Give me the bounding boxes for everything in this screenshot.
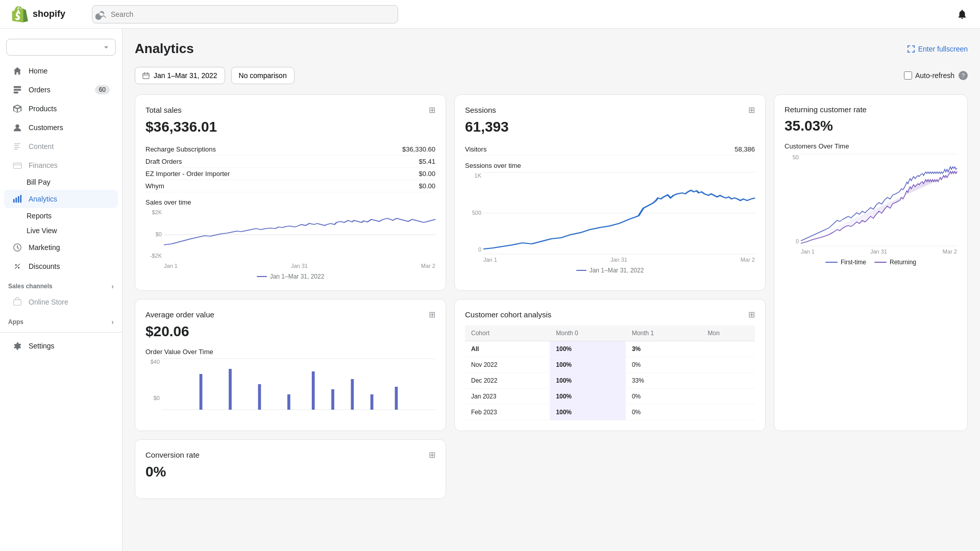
svg-point-3 bbox=[15, 124, 19, 128]
online-store-label: Online Store bbox=[29, 298, 68, 306]
search-input[interactable] bbox=[111, 10, 391, 18]
main-content: Analytics Enter fullscreen Jan 1–Mar 31,… bbox=[122, 29, 980, 551]
ts-x2: Mar 2 bbox=[421, 263, 435, 269]
products-icon bbox=[12, 104, 22, 114]
search-bar[interactable] bbox=[92, 5, 398, 23]
cohort-card-icon[interactable]: ⊞ bbox=[748, 310, 755, 319]
sessions-card-icon[interactable]: ⊞ bbox=[748, 105, 755, 115]
total-sales-row-3: Whym $0.00 bbox=[145, 180, 435, 192]
home-icon bbox=[12, 66, 22, 76]
ts-row2-value: $0.00 bbox=[419, 170, 435, 178]
aov-card-icon[interactable]: ⊞ bbox=[429, 310, 435, 319]
sessions-x-axis: Jan 1 Jan 31 Mar 2 bbox=[483, 257, 755, 263]
cohort-dec-m1: 33% bbox=[626, 373, 702, 389]
svg-rect-0 bbox=[14, 86, 21, 88]
sidebar-item-liveview[interactable]: Live View bbox=[4, 223, 118, 238]
sales-channels-chevron[interactable]: › bbox=[111, 282, 114, 290]
fullscreen-button[interactable]: Enter fullscreen bbox=[907, 45, 968, 53]
cohort-col-0: Cohort bbox=[465, 325, 550, 341]
notification-icon[interactable] bbox=[957, 9, 968, 20]
svg-rect-7 bbox=[14, 149, 18, 150]
comparison-button[interactable]: No comparison bbox=[231, 67, 295, 84]
topbar-right bbox=[957, 9, 968, 20]
sessions-legend-line bbox=[576, 270, 586, 271]
ts-x1: Jan 31 bbox=[291, 263, 308, 269]
toolbar-right: Auto-refresh ? bbox=[904, 71, 968, 80]
cohort-feb-extra bbox=[702, 405, 755, 420]
sidebar-item-analytics[interactable]: Analytics bbox=[4, 190, 118, 208]
cohort-feb-m0: 100% bbox=[550, 405, 626, 420]
cohort-all-extra bbox=[702, 341, 755, 357]
apps-label: Apps bbox=[8, 318, 23, 325]
ts-row3-value: $0.00 bbox=[419, 182, 435, 190]
comparison-label: No comparison bbox=[239, 71, 287, 80]
sales-channels-section: Sales channels › bbox=[0, 276, 122, 292]
billpay-label: Bill Pay bbox=[27, 178, 51, 186]
returning-customer-card: Returning customer rate 35.03% Customers… bbox=[774, 94, 968, 431]
marketing-icon bbox=[12, 242, 22, 253]
auto-refresh-checkbox[interactable] bbox=[904, 71, 912, 80]
rcr-chart bbox=[801, 154, 957, 246]
sidebar-item-billpay[interactable]: Bill Pay bbox=[4, 175, 118, 189]
shopify-logo-icon bbox=[12, 6, 29, 22]
total-sales-row-1: Draft Orders $5.41 bbox=[145, 156, 435, 168]
search-icon bbox=[99, 10, 107, 18]
total-sales-icon[interactable]: ⊞ bbox=[429, 105, 435, 115]
svg-point-14 bbox=[15, 264, 17, 266]
svg-rect-12 bbox=[20, 195, 21, 203]
calendar-icon bbox=[142, 72, 150, 79]
sidebar-item-reports[interactable]: Reports bbox=[4, 209, 118, 223]
svg-rect-8 bbox=[13, 163, 21, 169]
sidebar-item-customers[interactable]: Customers bbox=[4, 118, 118, 137]
aov-chart-label: Order Value Over Time bbox=[145, 348, 435, 356]
online-store-icon bbox=[12, 297, 22, 307]
topbar: shopify bbox=[0, 0, 980, 29]
cohort-nov-label: Nov 2022 bbox=[465, 357, 550, 373]
content-icon bbox=[12, 141, 22, 152]
cohort-nov-m1: 0% bbox=[626, 357, 702, 373]
marketing-label: Marketing bbox=[29, 243, 60, 252]
auto-refresh-label: Auto-refresh bbox=[915, 71, 954, 80]
visitors-value: 58,386 bbox=[734, 145, 755, 153]
sess-x1: Jan 31 bbox=[610, 257, 627, 263]
logo-text: shopify bbox=[33, 9, 65, 19]
sidebar-item-orders[interactable]: Orders 60 bbox=[4, 81, 118, 99]
orders-icon bbox=[12, 85, 22, 95]
sidebar-item-content[interactable]: Content bbox=[4, 137, 118, 156]
total-sales-card: Total sales ⊞ $36,336.01 Recharge Subscr… bbox=[135, 94, 446, 291]
sidebar: Home Orders 60 Products Customers bbox=[0, 29, 122, 551]
sess-y2: 0 bbox=[465, 246, 481, 253]
sessions-legend: Jan 1–Mar 31, 2022 bbox=[465, 267, 755, 274]
sidebar-item-finances[interactable]: Finances bbox=[4, 156, 118, 174]
sidebar-item-online-store[interactable]: Online Store bbox=[4, 293, 118, 311]
cohort-table: Cohort Month 0 Month 1 Mon All 100% 3% bbox=[465, 325, 755, 420]
date-range-button[interactable]: Jan 1–Mar 31, 2022 bbox=[135, 67, 225, 84]
aov-header: Average order value ⊞ bbox=[145, 310, 435, 319]
cr-card-icon[interactable]: ⊞ bbox=[429, 450, 435, 460]
help-icon[interactable]: ? bbox=[959, 71, 968, 80]
auto-refresh-wrapper: Auto-refresh bbox=[904, 71, 954, 80]
cohort-title: Customer cohort analysis bbox=[465, 310, 551, 319]
sess-y1: 500 bbox=[465, 210, 481, 216]
rcr-x2: Mar 2 bbox=[943, 248, 957, 255]
sidebar-item-products[interactable]: Products bbox=[4, 99, 118, 118]
sidebar-item-marketing[interactable]: Marketing bbox=[4, 238, 118, 257]
total-sales-value: $36,336.01 bbox=[145, 119, 435, 135]
ts-row3-label: Whym bbox=[145, 182, 164, 190]
apps-chevron[interactable]: › bbox=[111, 318, 114, 326]
discounts-icon bbox=[12, 261, 22, 271]
sidebar-item-home[interactable]: Home bbox=[4, 62, 118, 80]
cohort-card: Customer cohort analysis ⊞ Cohort Month … bbox=[454, 299, 766, 431]
rcr-x0: Jan 1 bbox=[801, 248, 815, 255]
ts-y-max: $2K bbox=[145, 209, 162, 215]
total-sales-header: Total sales ⊞ bbox=[145, 105, 435, 115]
store-selector[interactable] bbox=[6, 39, 116, 56]
finances-label: Finances bbox=[29, 161, 58, 169]
sidebar-item-settings[interactable]: Settings bbox=[4, 337, 118, 355]
sales-x-axis: Jan 1 Jan 31 Mar 2 bbox=[164, 263, 435, 269]
sidebar-item-discounts[interactable]: Discounts bbox=[4, 257, 118, 276]
svg-rect-17 bbox=[143, 73, 149, 79]
cohort-header: Customer cohort analysis ⊞ bbox=[465, 310, 755, 319]
analytics-label: Analytics bbox=[29, 195, 57, 203]
rcr-legend-first: First-time bbox=[825, 259, 866, 266]
